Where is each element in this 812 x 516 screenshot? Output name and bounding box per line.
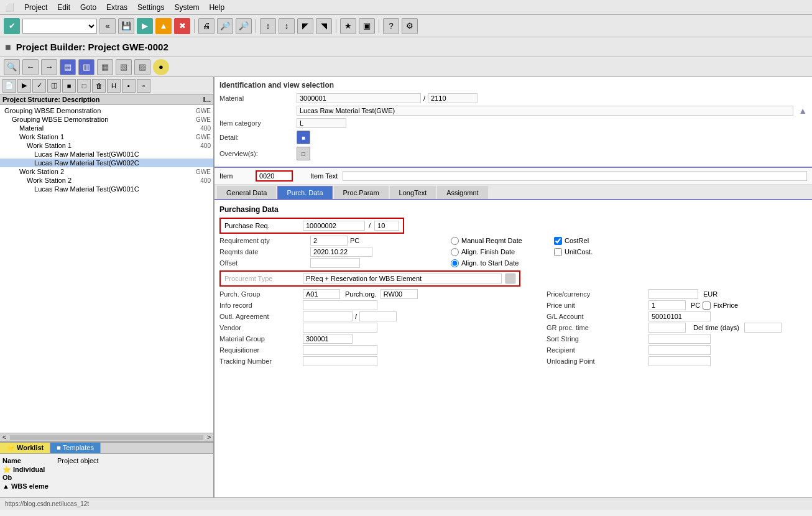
lt-btn2[interactable]: ▶	[17, 79, 31, 93]
price-currency-input[interactable]	[648, 289, 698, 299]
lt-btn8[interactable]: H	[107, 79, 121, 93]
unloading-point-input[interactable]	[648, 356, 711, 366]
tab-proc-param[interactable]: Proc.Param	[334, 186, 389, 199]
tree-item[interactable]: Grouping WBSE DemonstrationGWE	[0, 106, 213, 115]
bottom-item-1[interactable]: ⭐ Individual Ob	[2, 465, 211, 482]
tree-expand-button[interactable]: ←	[22, 59, 39, 75]
gr-proc-time-input[interactable]	[648, 323, 686, 333]
tree-item[interactable]: Work Station 2400	[0, 176, 213, 185]
detail-button[interactable]: ■	[297, 131, 310, 144]
find-next-button[interactable]: 🔎	[236, 18, 252, 34]
tracking-number-input[interactable]	[303, 356, 377, 366]
sort-string-input[interactable]	[648, 334, 711, 344]
settings-button[interactable]: ⚙	[402, 18, 418, 34]
collapse-button[interactable]: ↕	[279, 18, 295, 34]
print-button[interactable]: 🖨	[198, 18, 215, 34]
menu-goto[interactable]: Goto	[80, 3, 96, 12]
tab-purch-data[interactable]: Purch. Data	[277, 186, 332, 199]
layout-button[interactable]: ▣	[359, 18, 375, 34]
bookmark-button[interactable]: ★	[340, 18, 356, 34]
vendor-input[interactable]	[303, 323, 377, 333]
command-field[interactable]	[22, 19, 97, 34]
menu-project[interactable]: Project	[24, 3, 47, 12]
requisitioner-input[interactable]	[303, 345, 377, 355]
structure-btn1[interactable]: ▤	[60, 59, 76, 75]
lt-btn4[interactable]: ◫	[47, 79, 61, 93]
help-button[interactable]: ?	[383, 18, 399, 34]
material-input[interactable]	[297, 93, 421, 103]
split-button[interactable]: ◤	[297, 18, 313, 34]
expand-button[interactable]: ↕	[260, 18, 276, 34]
tree-collapse-button[interactable]: 🔍	[4, 59, 20, 75]
structure-btn5[interactable]: ▨	[134, 59, 150, 75]
tree-item[interactable]: Material400	[0, 124, 213, 132]
material-desc-input[interactable]	[297, 106, 793, 116]
scroll-left-btn[interactable]: <	[0, 434, 9, 441]
tree-item[interactable]: Work Station 2GWE	[0, 167, 213, 176]
outl-agreement-item-input[interactable]	[359, 311, 397, 321]
material-group-input[interactable]	[303, 334, 353, 344]
lt-btn5[interactable]: ■	[62, 79, 76, 93]
stop-button[interactable]: ✖	[174, 18, 190, 34]
navigate-up-button[interactable]: ▲	[155, 18, 172, 34]
menu-settings[interactable]: Settings	[137, 3, 164, 12]
recipient-input[interactable]	[648, 345, 711, 355]
round-button[interactable]: ●	[153, 59, 169, 75]
tree-item[interactable]: Lucas Raw Material Test(GW001C	[0, 185, 213, 193]
tree-item[interactable]: Lucas Raw Material Test(GW001C	[0, 150, 213, 159]
procuremt-type-input[interactable]	[303, 274, 502, 283]
align-start-radio[interactable]	[451, 259, 459, 267]
purchase-req-item-input[interactable]	[374, 221, 399, 231]
bottom-item-2[interactable]: ▲ WBS eleme	[2, 482, 211, 491]
req-qty-input[interactable]	[310, 236, 348, 246]
outl-agreement-input[interactable]	[303, 311, 353, 321]
check-button[interactable]: ✔	[4, 18, 20, 34]
structure-btn4[interactable]: ▧	[116, 59, 132, 75]
tab-longtext[interactable]: LongText	[390, 186, 436, 199]
material-unit-input[interactable]	[428, 93, 478, 103]
price-unit-input[interactable]	[648, 300, 686, 310]
menu-extras[interactable]: Extras	[106, 3, 127, 12]
gl-account-input[interactable]	[648, 311, 711, 321]
lt-btn1[interactable]: 📄	[2, 79, 16, 93]
manual-reqmt-radio[interactable]	[451, 237, 459, 245]
del-time-input[interactable]	[744, 323, 782, 333]
tab-assignmnt[interactable]: Assignmnt	[437, 186, 487, 199]
tab-general-data[interactable]: General Data	[217, 186, 276, 199]
menu-system[interactable]: System	[174, 3, 199, 12]
lt-btn9[interactable]: ▪	[122, 79, 136, 93]
tab-worklist[interactable]: ⭐ Worklist	[0, 443, 50, 453]
offset-input[interactable]	[310, 258, 360, 268]
item-input[interactable]	[256, 170, 293, 182]
tree-item[interactable]: Work Station 1400	[0, 141, 213, 150]
item-text-input[interactable]	[343, 171, 807, 181]
scroll-right-btn[interactable]: >	[205, 434, 213, 441]
purchase-req-input[interactable]	[303, 221, 365, 231]
tree-item[interactable]: Work Station 1GWE	[0, 132, 213, 141]
horizontal-scrollbar[interactable]: < >	[0, 433, 213, 441]
save-button[interactable]: 💾	[118, 18, 134, 34]
purch-group-input[interactable]	[303, 289, 340, 299]
tab-templates[interactable]: ■ Templates	[50, 443, 101, 453]
back-button[interactable]: «	[99, 18, 116, 34]
item-category-input[interactable]	[297, 118, 346, 128]
split2-button[interactable]: ◥	[316, 18, 332, 34]
procuremt-type-browse[interactable]	[505, 274, 515, 283]
execute-button[interactable]: ▶	[137, 18, 153, 34]
lt-btn10[interactable]: ▫	[137, 79, 150, 93]
unitcost-checkbox[interactable]	[554, 248, 562, 256]
structure-btn2[interactable]: ▥	[78, 59, 95, 75]
lt-btn3[interactable]: ✓	[32, 79, 46, 93]
lt-btn6[interactable]: □	[77, 79, 91, 93]
align-finish-radio[interactable]	[451, 248, 459, 256]
structure-btn3[interactable]: ▦	[97, 59, 113, 75]
fixprice-checkbox[interactable]	[703, 302, 711, 310]
info-record-input[interactable]	[303, 300, 377, 310]
menu-help[interactable]: Help	[209, 3, 224, 12]
menu-edit[interactable]: Edit	[57, 3, 70, 12]
lt-btn7[interactable]: 🗑	[92, 79, 106, 93]
tree-item[interactable]: Lucas Raw Material Test(GW002C	[0, 159, 213, 167]
overview-button[interactable]: □	[297, 147, 310, 160]
costrel-checkbox[interactable]	[554, 237, 562, 245]
find-button[interactable]: 🔎	[217, 18, 233, 34]
